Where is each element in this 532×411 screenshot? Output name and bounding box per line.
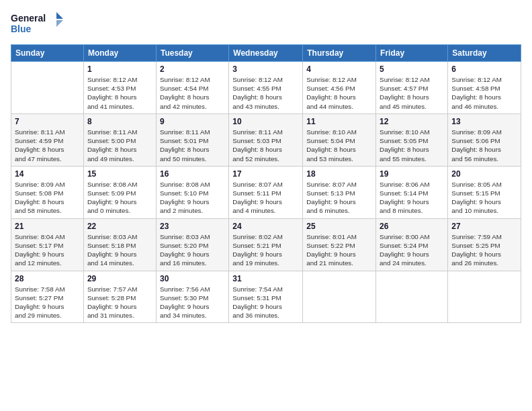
day-number: 30 xyxy=(160,274,225,283)
day-info: Sunrise: 8:12 AMSunset: 4:58 PMDaylight:… xyxy=(451,75,517,111)
table-row: 17Sunrise: 8:07 AMSunset: 5:11 PMDayligh… xyxy=(229,166,303,218)
day-info: Sunrise: 8:07 AMSunset: 5:11 PMDaylight:… xyxy=(232,180,299,216)
day-number: 26 xyxy=(380,222,444,231)
week-row-1: 1Sunrise: 8:12 AMSunset: 4:53 PMDaylight… xyxy=(11,62,521,114)
day-header-saturday: Saturday xyxy=(448,45,521,62)
day-number: 10 xyxy=(232,117,299,126)
table-row: 30Sunrise: 7:56 AMSunset: 5:30 PMDayligh… xyxy=(156,271,228,323)
calendar-page: General Blue SundayMondayTuesdayWednesda… xyxy=(0,0,532,411)
table-row: 23Sunrise: 8:03 AMSunset: 5:20 PMDayligh… xyxy=(156,218,228,271)
day-number: 9 xyxy=(160,117,225,126)
day-info: Sunrise: 7:59 AMSunset: 5:25 PMDaylight:… xyxy=(451,232,517,268)
day-number: 29 xyxy=(87,274,152,283)
table-row: 20Sunrise: 8:05 AMSunset: 5:15 PMDayligh… xyxy=(448,166,521,218)
table-row: 4Sunrise: 8:12 AMSunset: 4:56 PMDaylight… xyxy=(303,62,376,114)
day-number: 8 xyxy=(87,117,152,126)
day-number: 6 xyxy=(451,64,517,74)
week-row-3: 14Sunrise: 8:09 AMSunset: 5:08 PMDayligh… xyxy=(11,166,521,218)
day-number: 23 xyxy=(160,222,225,231)
day-header-wednesday: Wednesday xyxy=(229,45,303,62)
day-info: Sunrise: 8:00 AMSunset: 5:24 PMDaylight:… xyxy=(380,232,444,268)
day-number: 5 xyxy=(380,64,444,74)
day-info: Sunrise: 8:02 AMSunset: 5:21 PMDaylight:… xyxy=(232,232,299,268)
table-row: 31Sunrise: 7:54 AMSunset: 5:31 PMDayligh… xyxy=(229,271,303,323)
table-row: 19Sunrise: 8:06 AMSunset: 5:14 PMDayligh… xyxy=(376,166,448,218)
day-info: Sunrise: 8:04 AMSunset: 5:17 PMDaylight:… xyxy=(15,232,80,268)
day-number: 18 xyxy=(306,169,372,179)
day-number: 24 xyxy=(232,222,299,231)
day-header-sunday: Sunday xyxy=(11,45,84,62)
table-row: 2Sunrise: 8:12 AMSunset: 4:54 PMDaylight… xyxy=(156,62,228,114)
table-row xyxy=(11,62,84,114)
day-number: 4 xyxy=(306,64,372,74)
table-row: 6Sunrise: 8:12 AMSunset: 4:58 PMDaylight… xyxy=(448,62,521,114)
svg-marker-3 xyxy=(56,20,63,27)
day-info: Sunrise: 8:10 AMSunset: 5:05 PMDaylight:… xyxy=(380,128,444,163)
week-row-2: 7Sunrise: 8:11 AMSunset: 4:59 PMDaylight… xyxy=(11,113,521,166)
calendar-header-row: SundayMondayTuesdayWednesdayThursdayFrid… xyxy=(11,45,521,62)
header: General Blue xyxy=(11,11,521,38)
day-info: Sunrise: 8:12 AMSunset: 4:55 PMDaylight:… xyxy=(232,75,299,111)
day-number: 27 xyxy=(451,222,517,231)
table-row: 14Sunrise: 8:09 AMSunset: 5:08 PMDayligh… xyxy=(11,166,84,218)
day-info: Sunrise: 8:12 AMSunset: 4:53 PMDaylight:… xyxy=(87,75,152,111)
table-row: 16Sunrise: 8:08 AMSunset: 5:10 PMDayligh… xyxy=(156,166,228,218)
day-info: Sunrise: 7:58 AMSunset: 5:27 PMDaylight:… xyxy=(15,285,80,320)
day-number: 15 xyxy=(87,169,152,179)
day-number: 20 xyxy=(451,169,517,179)
day-info: Sunrise: 8:10 AMSunset: 5:04 PMDaylight:… xyxy=(306,128,372,163)
day-info: Sunrise: 8:12 AMSunset: 4:57 PMDaylight:… xyxy=(380,75,444,111)
week-row-5: 28Sunrise: 7:58 AMSunset: 5:27 PMDayligh… xyxy=(11,271,521,323)
table-row: 1Sunrise: 8:12 AMSunset: 4:53 PMDaylight… xyxy=(83,62,156,114)
day-info: Sunrise: 8:06 AMSunset: 5:14 PMDaylight:… xyxy=(380,180,444,216)
table-row: 10Sunrise: 8:11 AMSunset: 5:03 PMDayligh… xyxy=(229,113,303,166)
day-number: 12 xyxy=(380,117,444,126)
day-info: Sunrise: 7:57 AMSunset: 5:28 PMDaylight:… xyxy=(87,285,152,320)
day-info: Sunrise: 8:09 AMSunset: 5:06 PMDaylight:… xyxy=(451,128,517,163)
table-row: 26Sunrise: 8:00 AMSunset: 5:24 PMDayligh… xyxy=(376,218,448,271)
table-row: 28Sunrise: 7:58 AMSunset: 5:27 PMDayligh… xyxy=(11,271,84,323)
day-number: 3 xyxy=(232,64,299,74)
day-number: 21 xyxy=(15,222,80,231)
day-info: Sunrise: 8:07 AMSunset: 5:13 PMDaylight:… xyxy=(306,180,372,216)
table-row: 24Sunrise: 8:02 AMSunset: 5:21 PMDayligh… xyxy=(229,218,303,271)
day-info: Sunrise: 8:05 AMSunset: 5:15 PMDaylight:… xyxy=(451,180,517,216)
svg-text:General: General xyxy=(11,13,46,24)
day-number: 19 xyxy=(380,169,444,179)
week-row-4: 21Sunrise: 8:04 AMSunset: 5:17 PMDayligh… xyxy=(11,218,521,271)
table-row: 29Sunrise: 7:57 AMSunset: 5:28 PMDayligh… xyxy=(83,271,156,323)
day-info: Sunrise: 8:11 AMSunset: 5:00 PMDaylight:… xyxy=(87,128,152,163)
day-number: 7 xyxy=(15,117,80,126)
table-row: 13Sunrise: 8:09 AMSunset: 5:06 PMDayligh… xyxy=(448,113,521,166)
day-info: Sunrise: 7:54 AMSunset: 5:31 PMDaylight:… xyxy=(232,285,299,320)
table-row: 27Sunrise: 7:59 AMSunset: 5:25 PMDayligh… xyxy=(448,218,521,271)
table-row: 25Sunrise: 8:01 AMSunset: 5:22 PMDayligh… xyxy=(303,218,376,271)
svg-text:Blue: Blue xyxy=(11,24,32,34)
day-info: Sunrise: 8:11 AMSunset: 5:03 PMDaylight:… xyxy=(232,128,299,163)
day-header-thursday: Thursday xyxy=(303,45,376,62)
day-number: 11 xyxy=(306,117,372,126)
day-info: Sunrise: 8:11 AMSunset: 5:01 PMDaylight:… xyxy=(160,128,225,163)
logo: General Blue xyxy=(11,11,64,38)
logo-svg: General Blue xyxy=(11,11,64,38)
day-number: 28 xyxy=(15,274,80,283)
day-info: Sunrise: 8:01 AMSunset: 5:22 PMDaylight:… xyxy=(306,232,372,268)
day-number: 14 xyxy=(15,169,80,179)
day-number: 31 xyxy=(232,274,299,283)
table-row xyxy=(303,271,376,323)
day-info: Sunrise: 8:08 AMSunset: 5:09 PMDaylight:… xyxy=(87,180,152,216)
day-info: Sunrise: 8:09 AMSunset: 5:08 PMDaylight:… xyxy=(15,180,80,216)
day-info: Sunrise: 8:12 AMSunset: 4:56 PMDaylight:… xyxy=(306,75,372,111)
table-row: 5Sunrise: 8:12 AMSunset: 4:57 PMDaylight… xyxy=(376,62,448,114)
table-row: 11Sunrise: 8:10 AMSunset: 5:04 PMDayligh… xyxy=(303,113,376,166)
svg-marker-2 xyxy=(56,12,63,19)
day-number: 17 xyxy=(232,169,299,179)
day-number: 22 xyxy=(87,222,152,231)
table-row: 9Sunrise: 8:11 AMSunset: 5:01 PMDaylight… xyxy=(156,113,228,166)
day-number: 25 xyxy=(306,222,372,231)
day-number: 2 xyxy=(160,64,225,74)
day-info: Sunrise: 8:03 AMSunset: 5:20 PMDaylight:… xyxy=(160,232,225,268)
table-row: 21Sunrise: 8:04 AMSunset: 5:17 PMDayligh… xyxy=(11,218,84,271)
day-number: 13 xyxy=(451,117,517,126)
table-row: 18Sunrise: 8:07 AMSunset: 5:13 PMDayligh… xyxy=(303,166,376,218)
